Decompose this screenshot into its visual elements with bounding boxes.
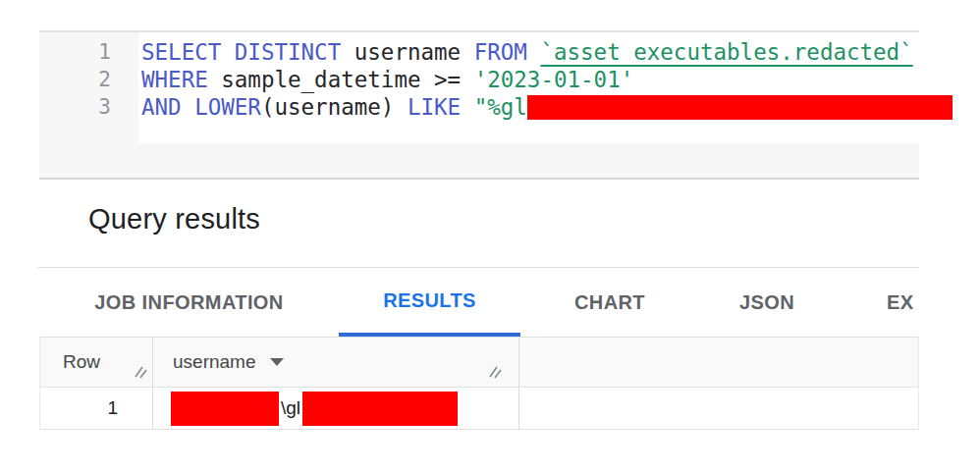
username-visible-fragment: \gl bbox=[281, 397, 300, 419]
tab-label: JSON bbox=[739, 291, 794, 314]
tab-results[interactable]: RESULTS bbox=[339, 268, 520, 337]
results-table: Row username 1 \gl bbox=[39, 337, 919, 430]
code-token: "%gl bbox=[474, 94, 527, 120]
column-header-username[interactable]: username bbox=[153, 338, 519, 387]
tab-job-information[interactable]: JOB INFORMATION bbox=[39, 268, 339, 337]
table-row: 1 \gl bbox=[40, 388, 918, 430]
table-reference-link[interactable]: `asset_executables.redacted` bbox=[540, 39, 912, 65]
bigquery-results-page: { "editor": { "lines": [ { "number": "1"… bbox=[0, 0, 980, 471]
code-token: AND bbox=[141, 94, 182, 120]
code-line: 1SELECT DISTINCT username FROM `asset_ex… bbox=[39, 38, 919, 66]
table-header-row: Row username bbox=[40, 338, 918, 388]
column-header-label: Row bbox=[63, 351, 100, 373]
results-tab-bar: JOB INFORMATION RESULTS CHART JSON EX bbox=[39, 268, 919, 337]
tab-chart[interactable]: CHART bbox=[520, 268, 699, 337]
redaction-box bbox=[171, 392, 279, 426]
code-token bbox=[461, 94, 474, 120]
column-header-spacer bbox=[519, 338, 918, 387]
code-token: (username) bbox=[261, 94, 408, 120]
tab-label: EX bbox=[887, 291, 913, 314]
username-cell: \gl bbox=[153, 388, 519, 429]
code-token: LIKE bbox=[408, 94, 461, 120]
code-token: WHERE bbox=[141, 67, 208, 92]
tab-label: CHART bbox=[574, 291, 645, 314]
row-spacer bbox=[519, 388, 918, 429]
sql-code-editor[interactable]: 1SELECT DISTINCT username FROM `asset_ex… bbox=[39, 38, 919, 121]
column-resize-handle-icon[interactable] bbox=[134, 362, 148, 384]
code-line: 3AND LOWER(username) LIKE "%gl bbox=[39, 93, 919, 121]
line-number: 3 bbox=[39, 95, 138, 119]
code-token bbox=[527, 39, 541, 65]
code-token bbox=[182, 94, 195, 120]
tab-label: JOB INFORMATION bbox=[94, 291, 283, 314]
code-token: '2023-01-01' bbox=[474, 67, 634, 92]
row-number-cell: 1 bbox=[40, 388, 153, 429]
code-line: 2WHERE sample_datetime >= '2023-01-01' bbox=[39, 66, 919, 93]
column-header-label: username bbox=[173, 351, 256, 373]
sort-dropdown-arrow-icon[interactable] bbox=[270, 358, 284, 366]
redaction-box bbox=[302, 392, 458, 426]
tab-execution-details-clipped[interactable]: EX bbox=[835, 268, 919, 337]
column-resize-handle-icon[interactable] bbox=[488, 362, 503, 384]
tab-label: RESULTS bbox=[383, 289, 476, 312]
code-token: LOWER bbox=[194, 94, 261, 120]
code-token: SELECT DISTINCT bbox=[141, 39, 341, 65]
tab-json[interactable]: JSON bbox=[699, 268, 835, 337]
redaction-box bbox=[527, 95, 953, 120]
column-header-row[interactable]: Row bbox=[40, 338, 153, 387]
sql-editor-panel: 1SELECT DISTINCT username FROM `asset_ex… bbox=[39, 30, 919, 180]
line-number: 1 bbox=[39, 40, 138, 64]
query-results-title: Query results bbox=[88, 201, 260, 236]
line-number: 2 bbox=[39, 68, 138, 91]
code-token: FROM bbox=[474, 39, 527, 65]
code-token: sample_datetime >= bbox=[208, 67, 474, 92]
code-token: username bbox=[341, 39, 473, 65]
